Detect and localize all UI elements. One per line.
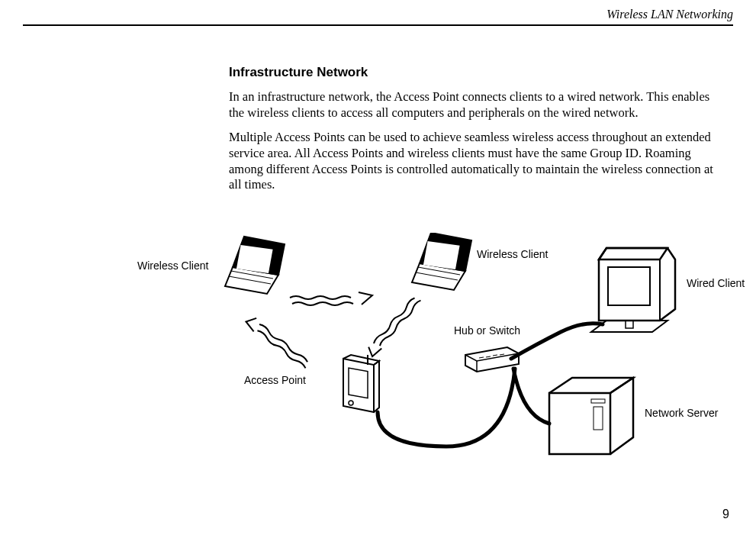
svg-rect-5 xyxy=(591,399,605,403)
page-number: 9 xyxy=(722,508,729,521)
label-wireless-client-left: Wireless Client xyxy=(137,259,208,272)
laptop-icon xyxy=(225,237,285,294)
svg-rect-6 xyxy=(594,407,603,430)
paragraph-2: Multiple Access Points can be used to ac… xyxy=(229,130,723,193)
server-icon xyxy=(549,378,633,454)
label-network-server: Network Server xyxy=(645,407,718,419)
content-block: Infrastructure Network In an infrastruct… xyxy=(229,65,723,202)
svg-rect-2 xyxy=(608,267,650,305)
wireless-signal-icon xyxy=(244,314,311,371)
label-access-point: Access Point xyxy=(244,374,306,386)
laptop-icon xyxy=(412,233,471,290)
label-wireless-client-right: Wireless Client xyxy=(477,248,548,260)
diagram-svg xyxy=(126,233,729,477)
desktop-icon xyxy=(591,248,675,332)
access-point-icon xyxy=(343,355,379,412)
wireless-signal-icon xyxy=(365,295,423,357)
wireless-signal-icon xyxy=(290,292,372,305)
header-rule xyxy=(23,24,733,26)
svg-rect-1 xyxy=(423,241,460,269)
cable xyxy=(513,369,549,424)
svg-rect-0 xyxy=(236,245,273,273)
network-diagram: Wireless Client Wireless Client Wired Cl… xyxy=(126,233,729,477)
label-wired-client: Wired Client xyxy=(687,277,745,289)
running-header: Wireless LAN Networking xyxy=(606,8,733,21)
label-hub-switch: Hub or Switch xyxy=(454,324,520,337)
cable xyxy=(511,324,603,359)
paragraph-1: In an infrastructure network, the Access… xyxy=(229,89,723,121)
section-title: Infrastructure Network xyxy=(229,65,723,80)
cable xyxy=(378,369,515,446)
